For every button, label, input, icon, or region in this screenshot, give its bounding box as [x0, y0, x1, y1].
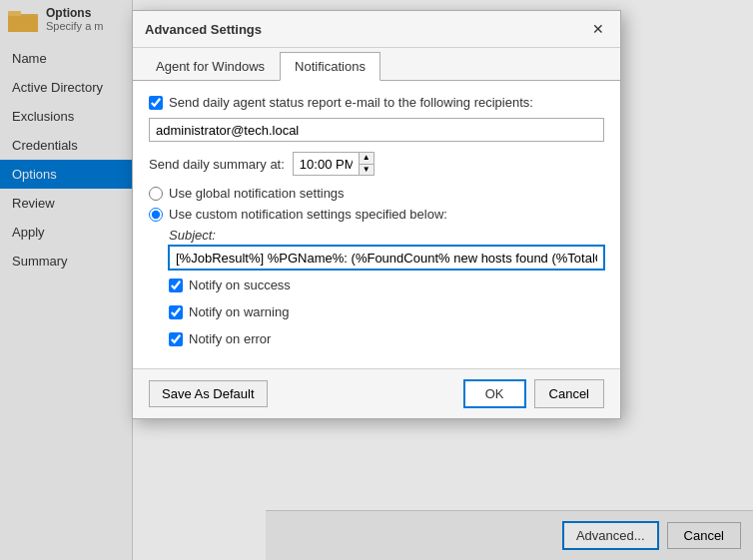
notify-success-checkbox[interactable]	[169, 279, 183, 292]
dialog-titlebar: Advanced Settings ✕	[133, 11, 620, 48]
footer-right-buttons: OK Cancel	[463, 379, 604, 408]
send-daily-checkbox[interactable]	[149, 96, 163, 110]
dialog-title: Advanced Settings	[145, 22, 262, 37]
notify-error-checkbox[interactable]	[169, 332, 183, 346]
modal-overlay: Advanced Settings ✕ Agent for Windows No…	[0, 0, 753, 560]
send-daily-label[interactable]: Send daily agent status report e-mail to…	[169, 95, 533, 110]
time-input[interactable]	[294, 153, 359, 175]
subject-input[interactable]	[169, 246, 604, 270]
radio-custom[interactable]	[149, 208, 163, 222]
time-input-group: ▲ ▼	[293, 152, 375, 176]
radio-global-label[interactable]: Use global notification settings	[169, 186, 345, 201]
subject-label: Subject:	[169, 228, 604, 243]
radio-custom-row: Use custom notification settings specifi…	[149, 207, 604, 222]
send-daily-row: Send daily agent status report e-mail to…	[149, 95, 604, 110]
time-spinner-up[interactable]: ▲	[360, 153, 374, 165]
notify-error-row: Notify on error	[169, 331, 604, 346]
daily-summary-row: Send daily summary at: ▲ ▼	[149, 152, 604, 176]
dialog-footer: Save As Default OK Cancel	[133, 368, 620, 418]
cancel-dialog-button[interactable]: Cancel	[534, 379, 604, 408]
notify-success-row: Notify on success	[169, 278, 604, 292]
radio-global-row: Use global notification settings	[149, 186, 604, 201]
dialog-content: Send daily agent status report e-mail to…	[133, 81, 620, 368]
subject-section: Subject:	[169, 228, 604, 270]
tab-agent-for-windows[interactable]: Agent for Windows	[141, 52, 280, 81]
notify-warning-row: Notify on warning	[169, 304, 604, 319]
save-as-default-button[interactable]: Save As Default	[149, 380, 268, 407]
notify-section: Notify on success Notify on warning Noti…	[169, 278, 604, 354]
daily-summary-label: Send daily summary at:	[149, 157, 285, 172]
advanced-settings-dialog: Advanced Settings ✕ Agent for Windows No…	[132, 10, 621, 419]
main-window: Options Specify a m Name Active Director…	[0, 0, 753, 560]
notify-success-label[interactable]: Notify on success	[189, 278, 291, 292]
ok-button[interactable]: OK	[463, 379, 526, 408]
notify-error-label[interactable]: Notify on error	[189, 331, 271, 346]
dialog-close-button[interactable]: ✕	[588, 19, 608, 39]
time-spinner-down[interactable]: ▼	[360, 165, 374, 176]
notify-warning-checkbox[interactable]	[169, 305, 183, 319]
time-spinner: ▲ ▼	[359, 153, 374, 175]
radio-global[interactable]	[149, 187, 163, 201]
dialog-tabs: Agent for Windows Notifications	[133, 48, 620, 81]
recipient-email-input[interactable]	[149, 118, 604, 142]
radio-custom-label[interactable]: Use custom notification settings specifi…	[169, 207, 447, 222]
notify-warning-label[interactable]: Notify on warning	[189, 304, 289, 319]
tab-notifications[interactable]: Notifications	[280, 52, 380, 81]
